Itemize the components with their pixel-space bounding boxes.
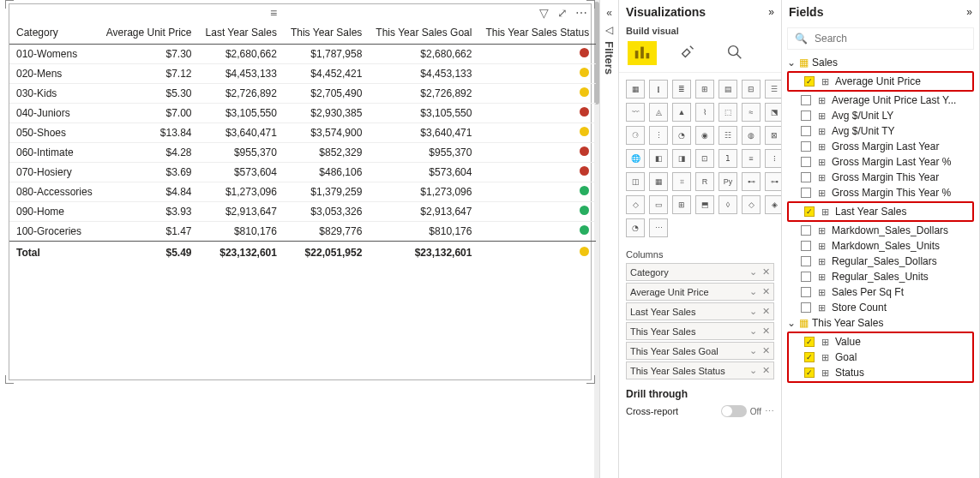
- table-row[interactable]: 100-Groceries$1.47$810,176$829,776$810,1…: [9, 222, 596, 242]
- chevron-down-icon[interactable]: ⌄: [749, 326, 757, 337]
- viz-type-icon[interactable]: ▦: [626, 80, 645, 99]
- field-well[interactable]: Last Year Sales⌄✕: [626, 302, 774, 320]
- fields-search-input[interactable]: [813, 32, 966, 45]
- viz-type-icon[interactable]: ◔: [626, 218, 645, 237]
- viz-type-icon[interactable]: ☷: [718, 126, 737, 145]
- field-checkbox[interactable]: [804, 76, 815, 87]
- field-row[interactable]: ⊞Sales Per Sq Ft: [785, 284, 976, 300]
- viz-type-icon[interactable]: ⌇: [695, 103, 714, 122]
- resize-handle-bl[interactable]: [5, 375, 14, 384]
- visual-focus-icon[interactable]: ⤢: [557, 6, 568, 20]
- viz-type-icon[interactable]: ≣: [672, 80, 691, 99]
- field-checkbox[interactable]: [801, 256, 811, 266]
- table-row[interactable]: 030-Kids$5.30$2,726,892$2,705,490$2,726,…: [9, 84, 596, 104]
- field-row[interactable]: ⊞Store Count: [785, 300, 976, 315]
- field-checkbox[interactable]: [801, 188, 811, 198]
- field-checkbox[interactable]: [801, 272, 811, 282]
- viz-type-icon[interactable]: R: [695, 172, 714, 191]
- remove-field-icon[interactable]: ✕: [762, 326, 770, 337]
- viz-type-icon[interactable]: ⋮: [649, 126, 668, 145]
- viz-type-icon[interactable]: ⚆: [626, 126, 645, 145]
- resize-handle-br[interactable]: [586, 375, 595, 384]
- remove-field-icon[interactable]: ✕: [762, 306, 770, 317]
- tab-build-visual[interactable]: [628, 41, 657, 65]
- table-row[interactable]: 050-Shoes$13.84$3,640,471$3,574,900$3,64…: [9, 123, 596, 143]
- viz-type-icon[interactable]: Py: [718, 172, 737, 191]
- viz-type-icon[interactable]: ◇: [742, 195, 761, 214]
- field-row[interactable]: ⊞Avg $/Unit TY: [785, 123, 976, 139]
- collapse-viz-icon[interactable]: »: [768, 6, 774, 18]
- viz-type-icon[interactable]: ⊷: [742, 172, 761, 191]
- table-row[interactable]: 080-Accessories$4.84$1,273,096$1,379,259…: [9, 182, 596, 202]
- viz-type-icon[interactable]: ◫: [626, 172, 645, 191]
- field-row[interactable]: ⊞Gross Margin This Year %: [785, 185, 976, 200]
- viz-type-icon[interactable]: ⋯: [649, 218, 668, 237]
- field-checkbox[interactable]: [801, 172, 811, 182]
- resize-handle-tr[interactable]: [586, 0, 595, 9]
- field-checkbox[interactable]: [804, 337, 815, 347]
- field-row[interactable]: ⊞Average Unit Price Last Y...: [785, 93, 976, 108]
- viz-type-icon[interactable]: ⌗: [672, 172, 691, 191]
- viz-type-icon[interactable]: ▤: [718, 80, 737, 99]
- chevron-down-icon[interactable]: ⌄: [749, 266, 757, 278]
- field-well[interactable]: This Year Sales⌄✕: [626, 322, 774, 340]
- table-row[interactable]: 070-Hosiery$3.69$573,604$486,106$573,604: [9, 163, 596, 182]
- table-row[interactable]: 060-Intimate$4.28$955,370$852,329$955,37…: [9, 143, 596, 163]
- remove-field-icon[interactable]: ✕: [762, 345, 770, 356]
- table-row[interactable]: 040-Juniors$7.00$3,105,550$2,930,385$3,1…: [9, 104, 596, 123]
- field-row[interactable]: ⊞Average Unit Price: [789, 74, 972, 89]
- field-checkbox[interactable]: [804, 352, 815, 362]
- viz-type-icon[interactable]: ◈: [765, 195, 782, 214]
- field-checkbox[interactable]: [801, 95, 811, 105]
- viz-type-icon[interactable]: ≈: [742, 103, 761, 122]
- col-header[interactable]: Last Year Sales: [199, 21, 284, 45]
- filters-pane-collapsed[interactable]: « ◁ Filters: [600, 0, 619, 478]
- tab-analytics[interactable]: [720, 41, 749, 65]
- viz-type-icon[interactable]: ☰: [765, 80, 782, 99]
- col-header[interactable]: This Year Sales Goal: [369, 21, 478, 45]
- viz-type-icon[interactable]: ▭: [649, 195, 668, 214]
- remove-field-icon[interactable]: ✕: [762, 365, 770, 376]
- viz-type-icon[interactable]: ⊟: [742, 80, 761, 99]
- field-row[interactable]: ⊞Gross Margin This Year: [785, 170, 976, 185]
- table-node[interactable]: ⌄▦Sales: [785, 55, 976, 70]
- field-checkbox[interactable]: [804, 206, 815, 217]
- field-row[interactable]: ⊞Last Year Sales: [789, 204, 972, 219]
- expand-filters-icon[interactable]: «: [606, 7, 612, 19]
- field-checkbox[interactable]: [804, 367, 815, 378]
- field-checkbox[interactable]: [801, 157, 811, 167]
- viz-type-icon[interactable]: ⊞: [695, 80, 714, 99]
- field-well[interactable]: This Year Sales Goal⌄✕: [626, 342, 774, 360]
- field-well[interactable]: Category⌄✕: [626, 263, 774, 281]
- col-header[interactable]: Category: [9, 21, 99, 45]
- field-row[interactable]: ⊞Markdown_Sales_Dollars: [785, 223, 976, 238]
- field-checkbox[interactable]: [801, 241, 811, 251]
- collapse-fields-icon[interactable]: »: [966, 6, 972, 18]
- tab-format-visual[interactable]: [674, 41, 703, 65]
- viz-type-icon[interactable]: 〰: [626, 103, 645, 122]
- chevron-down-icon[interactable]: ⌄: [749, 365, 757, 376]
- viz-type-icon[interactable]: ⬔: [765, 103, 782, 122]
- viz-type-icon[interactable]: 𝟣: [718, 149, 737, 168]
- resize-handle-tl[interactable]: [5, 0, 14, 9]
- field-checkbox[interactable]: [801, 225, 811, 236]
- viz-type-icon[interactable]: ⬚: [718, 103, 737, 122]
- field-row[interactable]: ⊞Goal: [789, 350, 972, 365]
- table-row[interactable]: 090-Home$3.93$2,913,647$3,053,326$2,913,…: [9, 202, 596, 222]
- field-well[interactable]: This Year Sales Status⌄✕: [626, 361, 774, 379]
- visual-options-icon[interactable]: ≡: [13, 6, 534, 20]
- field-checkbox[interactable]: [801, 302, 811, 313]
- visual-more-icon[interactable]: ⋯: [575, 6, 587, 20]
- viz-type-icon[interactable]: ≡: [742, 149, 761, 168]
- field-row[interactable]: ⊞Status: [789, 365, 972, 380]
- viz-type-icon[interactable]: ⫿: [649, 80, 668, 99]
- visual-filter-icon[interactable]: ▽: [539, 6, 549, 20]
- remove-field-icon[interactable]: ✕: [762, 266, 770, 278]
- field-row[interactable]: ⊞Avg $/Unit LY: [785, 108, 976, 123]
- col-header[interactable]: This Year Sales Status: [478, 21, 596, 45]
- viz-type-icon[interactable]: ▦: [649, 172, 668, 191]
- field-well[interactable]: Average Unit Price⌄✕: [626, 283, 774, 301]
- field-row[interactable]: ⊞Regular_Sales_Dollars: [785, 254, 976, 269]
- field-row[interactable]: ⊞Gross Margin Last Year %: [785, 154, 976, 170]
- viz-type-icon[interactable]: ▲: [672, 103, 691, 122]
